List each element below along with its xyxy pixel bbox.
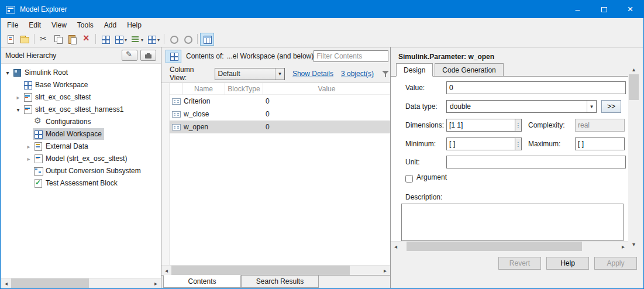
maximize-button[interactable] [591,1,617,18]
test-assessment-icon [33,178,43,188]
view-options-dropdown[interactable] [145,33,161,46]
hierarchy-options-button[interactable] [140,50,156,61]
edit-hierarchy-button[interactable] [122,50,137,61]
menu-edit[interactable]: Edit [23,19,46,31]
expand-icon[interactable] [25,154,33,163]
expand-icon[interactable] [25,142,33,150]
minimum-stepper[interactable] [515,137,522,150]
collapse-icon[interactable] [14,105,22,113]
model-explorer-window: Model Explorer File Edit View Tools Add … [0,0,644,289]
scrollbar-track[interactable] [401,242,618,251]
model-icon [23,105,33,114]
grid-icon [147,35,156,44]
tree-item-base-workspace[interactable]: Base Workspace [1,78,161,91]
trace-button[interactable] [181,33,195,46]
cut-button[interactable] [37,33,51,46]
scroll-left-icon[interactable] [161,266,171,275]
scrollbar-track[interactable] [11,278,151,288]
scrollbar-thumb[interactable] [171,266,350,275]
menu-file[interactable]: File [2,19,23,31]
scrollbar-thumb[interactable] [629,74,639,100]
dimensions-stepper[interactable] [515,119,522,132]
blocktype-column-header[interactable]: BlockType [225,83,263,95]
contents-horizontal-scrollbar[interactable] [161,265,390,275]
tree-item-output-conversion-subsystem[interactable]: Output Conversion Subsystem [1,164,161,177]
menu-tools[interactable]: Tools [72,19,99,31]
minimize-button[interactable] [564,1,591,18]
open-folder-icon [20,35,29,44]
data-type-dropdown[interactable]: double [446,100,597,113]
data-type-assistant-button[interactable]: >> [601,100,621,113]
unit-input[interactable] [446,156,626,168]
tree-item-model-workspace[interactable]: Model Workspace [1,128,161,140]
contents-view-button[interactable] [166,50,181,63]
expand-icon[interactable] [14,93,22,101]
object-count-link[interactable]: 3 object(s) [341,70,374,78]
tree-item-slrt-ex-osc-sltest[interactable]: slrt_ex_osc_sltest [1,91,161,103]
highlight-button[interactable] [167,33,181,46]
name-column-header[interactable]: Name [182,83,225,95]
scrollbar-thumb[interactable] [407,242,582,251]
paste-button[interactable] [65,33,79,46]
scroll-down-icon[interactable] [629,239,639,249]
dialog-vertical-scrollbar[interactable] [629,64,639,249]
delete-button[interactable] [79,33,93,46]
pane-layout-button[interactable] [98,33,112,46]
collapse-icon[interactable] [4,68,12,77]
filter-contents-input[interactable] [314,50,388,62]
description-textarea[interactable] [401,204,624,241]
column-view-toggle-button[interactable] [200,33,214,46]
revert-button[interactable]: Revert [498,257,541,270]
toolbar-separator [95,34,96,44]
row-filter-dropdown[interactable] [129,33,145,46]
tree-item-model-slrt-ex-osc-sltest[interactable]: Model (slrt_ex_osc_sltest) [1,152,161,164]
value-input[interactable] [446,81,626,94]
open-button[interactable] [18,33,32,46]
scroll-left-icon[interactable] [391,242,401,251]
menu-help[interactable]: Help [122,19,147,31]
copy-button[interactable] [51,33,65,46]
close-button[interactable] [617,1,643,18]
help-button[interactable]: Help [546,257,589,270]
scroll-up-icon[interactable] [629,64,639,74]
tab-contents[interactable]: Contents [163,275,241,288]
new-model-button[interactable] [4,33,18,46]
minimum-input[interactable] [446,137,515,150]
tree-item-simulink-root[interactable]: Simulink Root [1,66,161,78]
dialog-horizontal-scrollbar[interactable] [391,241,628,251]
menu-view[interactable]: View [46,19,72,31]
maximum-input[interactable] [575,137,625,150]
scroll-right-icon[interactable] [618,242,628,251]
dimensions-input[interactable] [446,119,515,132]
table-cell-icon [170,111,182,118]
scroll-right-icon[interactable] [151,278,161,288]
tree-item-configurations[interactable]: Configurations [1,115,161,128]
tab-design[interactable]: Design [396,63,433,77]
data-type-label: Data type: [405,100,438,113]
tree-item-external-data[interactable]: External Data [1,140,161,152]
table-row-criterion[interactable]: Criterion 0 [170,95,390,108]
scrollbar-track[interactable] [171,266,380,275]
tab-search-results[interactable]: Search Results [241,276,319,288]
panes-icon [114,35,123,44]
scroll-right-icon[interactable] [380,266,390,275]
pane-layout-dropdown[interactable] [112,33,129,46]
tree-item-test-assessment-block[interactable]: Test Assessment Block [1,177,161,189]
tab-code-generation[interactable]: Code Generation [435,63,503,77]
table-row-w-close[interactable]: w_close 0 [170,108,390,121]
value-column-header[interactable]: Value [263,83,390,95]
table-row-w-open[interactable]: w_open 0 [170,121,390,133]
hierarchy-horizontal-scrollbar[interactable] [1,278,161,288]
scroll-left-icon[interactable] [1,278,11,288]
column-view-dropdown[interactable]: Default [215,68,285,80]
tree-item-slrt-ex-osc-sltest-harness1[interactable]: slrt_ex_osc_sltest_harness1 [1,103,161,115]
filter-options-button[interactable] [382,70,390,78]
scrollbar-track[interactable] [629,74,639,239]
show-details-link[interactable]: Show Details [292,70,333,78]
apply-button[interactable]: Apply [594,257,637,270]
argument-checkbox[interactable] [405,175,413,183]
menu-add[interactable]: Add [99,19,122,31]
chevron-down-icon [125,35,127,43]
scrollbar-thumb[interactable] [11,278,89,288]
chevron-down-icon [141,35,143,43]
